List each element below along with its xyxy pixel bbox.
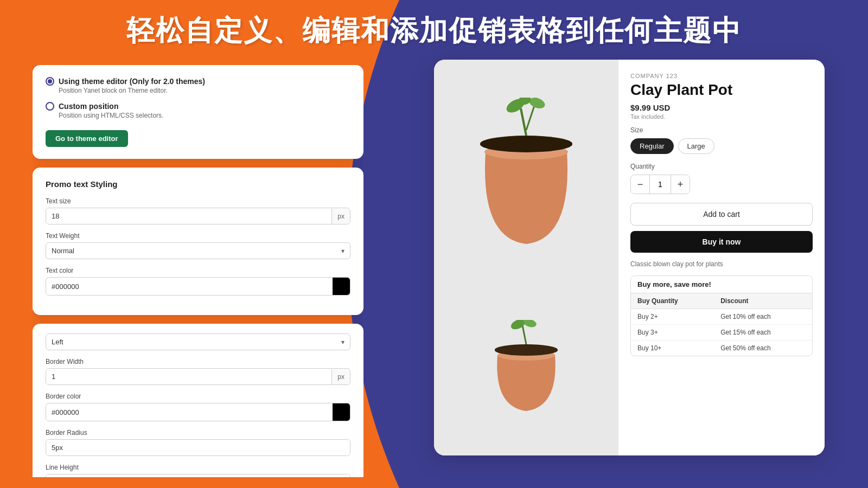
svg-line-4	[526, 106, 534, 130]
promo-styling-card: Promo text Styling Text size px Text Wei…	[33, 168, 363, 315]
promo-discount-2: Get 15% off each	[714, 325, 812, 341]
border-width-label: Border Width	[46, 358, 350, 365]
text-color-input[interactable]	[46, 279, 333, 294]
promo-table-header-discount: Discount	[714, 293, 812, 309]
svg-line-3	[521, 108, 526, 136]
promo-table: Buy Quantity Discount Buy 2+ Get 10% off…	[631, 293, 812, 356]
border-width-input[interactable]	[46, 369, 331, 384]
border-color-input[interactable]	[46, 404, 333, 420]
radio-item-custom[interactable]: Custom position Position using HTML/CSS …	[46, 102, 350, 119]
promo-box: Buy more, save more! Buy Quantity Discou…	[630, 275, 813, 356]
text-weight-select[interactable]: Normal Bold Lighter	[46, 243, 336, 259]
product-images	[434, 60, 618, 455]
product-price: $9.99 USD	[630, 103, 813, 112]
border-width-unit: px	[331, 369, 350, 384]
quantity-decrease-button[interactable]: −	[631, 175, 649, 194]
product-description: Classic blown clay pot for plants	[630, 260, 813, 268]
page-title: 轻松自定义、编辑和添加促销表格到任何主题中	[0, 12, 868, 50]
text-weight-label: Text Weight	[46, 232, 350, 240]
promo-table-header-qty: Buy Quantity	[631, 293, 714, 309]
size-buttons: Regular Large	[630, 138, 813, 154]
text-size-input[interactable]	[46, 208, 331, 224]
alignment-group: Left Center Right ▾	[46, 333, 350, 350]
promo-header: Buy more, save more!	[631, 276, 812, 293]
border-width-group: Border Width px	[46, 358, 350, 385]
border-radius-input[interactable]	[46, 440, 350, 455]
text-size-unit: px	[331, 209, 350, 224]
radio-circle-custom	[46, 102, 54, 111]
promo-qty-2: Buy 3+	[631, 325, 714, 341]
product-details: COMPANY 123 Clay Plant Pot $9.99 USD Tax…	[618, 60, 825, 455]
border-card: Left Center Right ▾ Border Width px Bord…	[33, 324, 363, 477]
position-card: Using theme editor (Only for 2.0 themes)…	[33, 65, 363, 159]
product-panel: COMPANY 123 Clay Plant Pot $9.99 USD Tax…	[434, 60, 825, 455]
text-weight-group: Text Weight Normal Bold Lighter ▾	[46, 232, 350, 259]
size-regular-button[interactable]: Regular	[630, 138, 674, 154]
text-color-label: Text color	[46, 267, 350, 274]
select-arrow-icon: ▾	[336, 243, 350, 259]
text-size-group: Text size px	[46, 197, 350, 224]
buy-now-button[interactable]: Buy it now	[630, 231, 813, 253]
alignment-select[interactable]: Left Center Right	[46, 334, 336, 350]
pot-small-image	[486, 320, 567, 418]
tax-label: Tax included.	[630, 113, 813, 120]
line-height-label: Line Height	[46, 464, 350, 471]
border-radius-group: Border Radius	[46, 429, 350, 456]
promo-qty-3: Buy 10+	[631, 341, 714, 356]
left-panel: Using theme editor (Only for 2.0 themes)…	[33, 65, 363, 477]
alignment-select-arrow-icon: ▾	[336, 335, 350, 350]
table-row: Buy 3+ Get 15% off each	[631, 325, 812, 341]
border-color-label: Border color	[46, 393, 350, 400]
border-color-group: Border color	[46, 393, 350, 421]
text-color-group: Text color	[46, 267, 350, 296]
border-radius-label: Border Radius	[46, 429, 350, 436]
text-color-swatch[interactable]	[333, 278, 350, 295]
radio-item-theme-editor[interactable]: Using theme editor (Only for 2.0 themes)…	[46, 77, 350, 94]
radio-circle-theme-editor	[46, 77, 54, 86]
position-options: Using theme editor (Only for 2.0 themes)…	[46, 77, 350, 119]
text-size-label: Text size	[46, 197, 350, 205]
promo-qty-1: Buy 2+	[631, 309, 714, 325]
radio-desc-theme-editor: Position Yanet block on Theme editor.	[46, 87, 350, 94]
svg-point-13	[523, 320, 538, 329]
pot-large-image	[467, 98, 586, 260]
svg-point-2	[480, 136, 572, 152]
svg-point-10	[495, 345, 558, 356]
radio-label-theme-editor: Using theme editor (Only for 2.0 themes)	[59, 77, 205, 86]
quantity-label: Quantity	[630, 163, 813, 170]
quantity-value: 1	[649, 175, 671, 194]
radio-label-custom: Custom position	[59, 102, 118, 111]
promo-discount-1: Get 10% off each	[714, 309, 812, 325]
size-large-button[interactable]: Large	[678, 138, 714, 154]
table-row: Buy 2+ Get 10% off each	[631, 309, 812, 325]
product-name: Clay Plant Pot	[630, 81, 813, 99]
radio-desc-custom: Position using HTML/CSS selectors.	[46, 112, 350, 119]
quantity-increase-button[interactable]: +	[671, 175, 690, 194]
border-color-swatch[interactable]	[333, 403, 350, 421]
svg-line-11	[522, 325, 526, 344]
company-label: COMPANY 123	[630, 73, 813, 79]
line-height-group: Line Height	[46, 464, 350, 477]
table-row: Buy 10+ Get 50% off each	[631, 341, 812, 356]
line-height-input[interactable]	[46, 474, 350, 477]
promo-styling-title: Promo text Styling	[46, 179, 350, 189]
quantity-stepper: − 1 +	[630, 175, 690, 194]
promo-discount-3: Get 50% off each	[714, 341, 812, 356]
add-to-cart-button[interactable]: Add to cart	[630, 203, 813, 226]
size-label: Size	[630, 126, 813, 134]
go-to-theme-editor-button[interactable]: Go to theme editor	[46, 130, 128, 147]
